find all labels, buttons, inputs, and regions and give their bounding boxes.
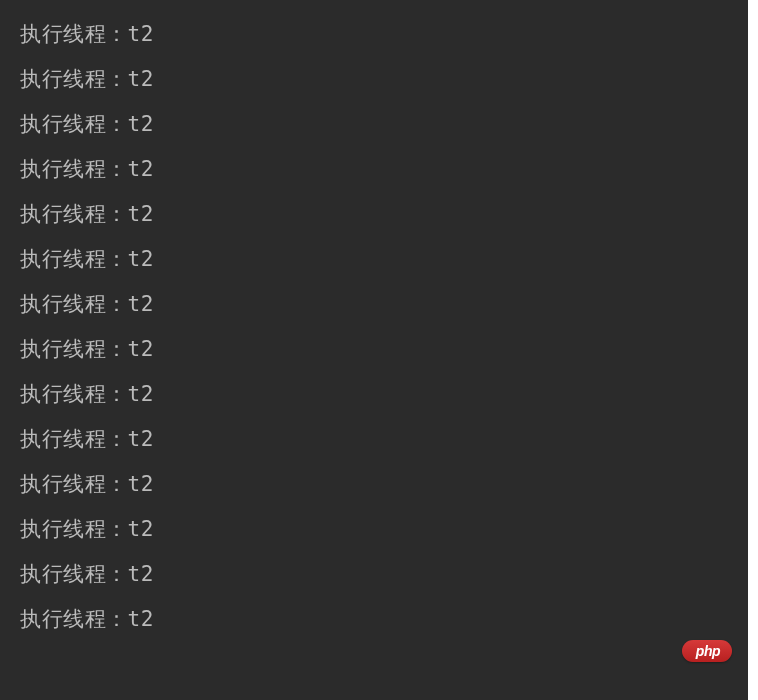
console-line: 执行线程：t2 [20, 372, 748, 417]
console-line: 执行线程：t2 [20, 507, 748, 552]
console-line: 执行线程：t2 [20, 12, 748, 57]
watermark: php [682, 640, 728, 662]
exit-message: Process finished with exit code 0 [20, 692, 748, 700]
console-line: 执行线程：t2 [20, 237, 748, 282]
console-line: 执行线程：t2 [20, 147, 748, 192]
blank-line [20, 642, 748, 687]
console-line: 执行线程：t2 [20, 597, 748, 642]
watermark-badge: php [682, 640, 732, 662]
console-line: 执行线程：t2 [20, 417, 748, 462]
console-line: 执行线程：t2 [20, 102, 748, 147]
console-output: 执行线程：t2执行线程：t2执行线程：t2执行线程：t2执行线程：t2执行线程：… [0, 0, 748, 700]
console-line: 执行线程：t2 [20, 57, 748, 102]
console-line: 执行线程：t2 [20, 552, 748, 597]
console-line: 执行线程：t2 [20, 192, 748, 237]
console-line: 执行线程：t2 [20, 282, 748, 327]
console-line: 执行线程：t2 [20, 462, 748, 507]
console-line: 执行线程：t2 [20, 327, 748, 372]
